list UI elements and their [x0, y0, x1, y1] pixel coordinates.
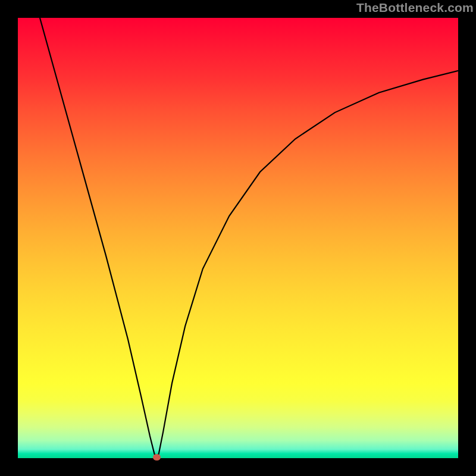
chart-frame: TheBottleneck.com [0, 0, 476, 476]
plot-area [18, 18, 458, 458]
curve-svg [18, 18, 458, 458]
bottleneck-curve [40, 18, 458, 458]
watermark-text: TheBottleneck.com [356, 1, 474, 15]
minimum-dot-marker [153, 454, 161, 461]
